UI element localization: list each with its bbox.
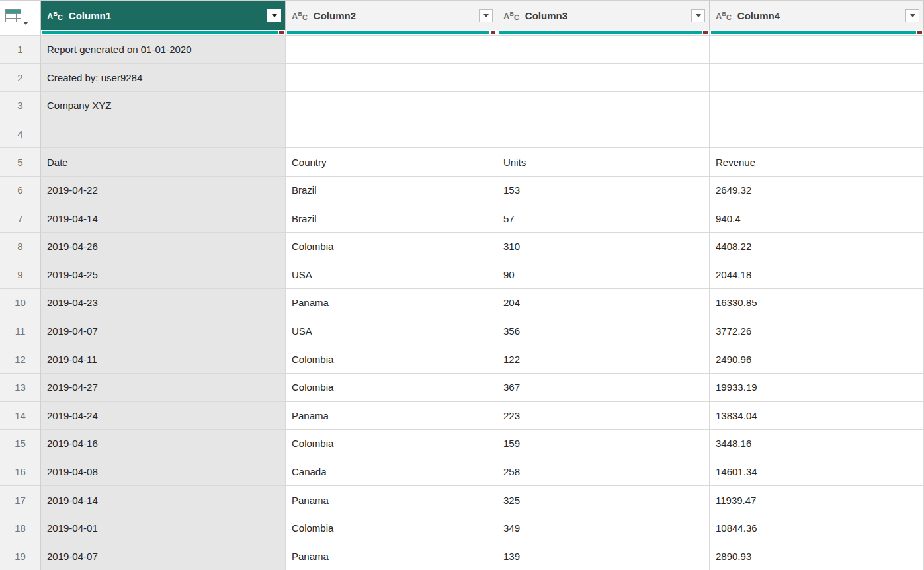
cell[interactable]: 3448.16 <box>710 430 924 458</box>
filter-button[interactable] <box>479 9 493 22</box>
cell[interactable] <box>710 64 924 93</box>
chevron-down-icon <box>23 22 28 25</box>
cell[interactable]: Canada <box>286 458 497 487</box>
cell[interactable]: 57 <box>497 204 710 233</box>
cell[interactable]: USA <box>286 261 497 290</box>
cell[interactable]: 2019-04-27 <box>41 374 286 402</box>
cell[interactable]: 2019-04-23 <box>41 289 286 317</box>
cell[interactable] <box>286 92 497 120</box>
cell[interactable]: 940.4 <box>710 204 924 233</box>
column-header-column4[interactable]: ABCColumn4 <box>710 1 924 30</box>
cell[interactable]: 4408.22 <box>710 233 924 261</box>
cell[interactable]: Colombia <box>286 233 497 261</box>
row-number: 15 <box>0 430 41 458</box>
row-number: 14 <box>0 402 41 430</box>
table-menu-button[interactable] <box>0 1 41 30</box>
table-row: 1Report generated on 01-01-2020 <box>0 36 924 64</box>
cell[interactable]: 349 <box>497 514 710 543</box>
cell[interactable]: 2019-04-14 <box>41 204 286 233</box>
cell[interactable]: 2019-04-11 <box>41 345 286 374</box>
table-row: 72019-04-14Brazil57940.4 <box>0 204 924 233</box>
cell[interactable] <box>497 64 710 93</box>
cell[interactable]: 11939.47 <box>710 486 924 514</box>
cell[interactable]: 13834.04 <box>710 402 924 430</box>
cell[interactable]: 310 <box>497 233 710 261</box>
table-row: 172019-04-14Panama32511939.47 <box>0 486 924 514</box>
cell[interactable]: 356 <box>497 317 710 346</box>
cell[interactable]: Country <box>286 148 497 177</box>
filter-button[interactable] <box>691 9 705 22</box>
cell[interactable]: USA <box>286 317 497 346</box>
column-header-column3[interactable]: ABCColumn3 <box>497 1 710 30</box>
cell[interactable] <box>286 64 497 93</box>
cell[interactable] <box>710 92 924 120</box>
cell[interactable]: 204 <box>497 289 710 317</box>
cell[interactable]: 2019-04-25 <box>41 261 286 290</box>
cell[interactable]: 367 <box>497 374 710 402</box>
row-number: 2 <box>0 64 41 93</box>
table-row: 4 <box>0 120 924 149</box>
cell[interactable]: 2019-04-07 <box>41 542 286 570</box>
cell[interactable]: 10844.36 <box>710 514 924 543</box>
cell[interactable] <box>497 36 710 64</box>
cell[interactable]: 2890.93 <box>710 542 924 570</box>
cell[interactable]: 14601.34 <box>710 458 924 487</box>
row-number: 17 <box>0 486 41 514</box>
column-header-column2[interactable]: ABCColumn2 <box>286 1 497 30</box>
cell[interactable]: 2019-04-01 <box>41 514 286 543</box>
cell[interactable]: 2490.96 <box>710 345 924 374</box>
cell[interactable]: 2044.18 <box>710 261 924 290</box>
cell[interactable]: 2019-04-16 <box>41 430 286 458</box>
cell[interactable] <box>41 120 286 149</box>
cell[interactable]: 2019-04-14 <box>41 486 286 514</box>
quality-corner <box>0 30 41 36</box>
cell[interactable]: Created by: user9284 <box>41 64 286 93</box>
cell[interactable]: Units <box>497 148 710 177</box>
cell[interactable]: 153 <box>497 177 710 205</box>
cell[interactable]: 2019-04-22 <box>41 177 286 205</box>
cell[interactable]: 122 <box>497 345 710 374</box>
cell[interactable] <box>497 120 710 149</box>
cell[interactable]: 325 <box>497 486 710 514</box>
cell[interactable]: Date <box>41 148 286 177</box>
cell[interactable] <box>710 120 924 149</box>
cell[interactable] <box>286 120 497 149</box>
filter-button[interactable] <box>905 9 919 22</box>
column-header-column1[interactable]: ABCColumn1 <box>41 1 286 30</box>
cell[interactable]: Panama <box>286 486 497 514</box>
cell[interactable]: Colombia <box>286 430 497 458</box>
cell[interactable]: Revenue <box>710 148 924 177</box>
table-row: 82019-04-26Colombia3104408.22 <box>0 233 924 261</box>
cell[interactable]: Colombia <box>286 374 497 402</box>
cell[interactable] <box>286 36 497 64</box>
cell[interactable]: Panama <box>286 289 497 317</box>
cell[interactable]: Report generated on 01-01-2020 <box>41 36 286 64</box>
row-number: 4 <box>0 120 41 149</box>
cell[interactable]: Company XYZ <box>41 92 286 120</box>
cell[interactable]: 2019-04-07 <box>41 317 286 346</box>
cell[interactable]: 2649.32 <box>710 177 924 205</box>
cell[interactable]: Colombia <box>286 345 497 374</box>
cell[interactable]: Panama <box>286 542 497 570</box>
cell[interactable]: 2019-04-24 <box>41 402 286 430</box>
table-row: 122019-04-11Colombia1222490.96 <box>0 345 924 374</box>
cell[interactable]: 16330.85 <box>710 289 924 317</box>
cell[interactable]: 19933.19 <box>710 374 924 402</box>
cell[interactable]: 223 <box>497 402 710 430</box>
cell[interactable]: 90 <box>497 261 710 290</box>
cell[interactable] <box>497 92 710 120</box>
cell[interactable]: 2019-04-26 <box>41 233 286 261</box>
cell[interactable]: Panama <box>286 402 497 430</box>
cell[interactable]: Brazil <box>286 204 497 233</box>
column-quality-bar <box>286 30 497 36</box>
cell[interactable]: 258 <box>497 458 710 487</box>
cell[interactable] <box>710 36 924 64</box>
cell[interactable]: Colombia <box>286 514 497 543</box>
cell[interactable]: Brazil <box>286 177 497 205</box>
cell[interactable]: 2019-04-08 <box>41 458 286 487</box>
filter-arrow-icon <box>910 14 915 17</box>
cell[interactable]: 139 <box>497 542 710 570</box>
filter-button[interactable] <box>267 9 281 22</box>
cell[interactable]: 3772.26 <box>710 317 924 346</box>
cell[interactable]: 159 <box>497 430 710 458</box>
